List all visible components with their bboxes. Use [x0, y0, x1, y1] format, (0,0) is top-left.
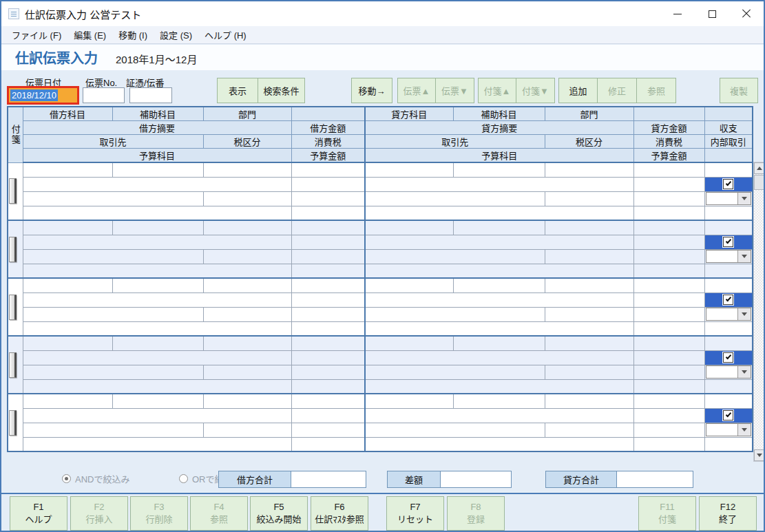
debit-sub-account-cell[interactable] — [112, 162, 203, 177]
debit-sub-account-cell[interactable] — [112, 394, 203, 408]
debit-partner-cell[interactable] — [23, 249, 203, 264]
credit-dept-cell[interactable] — [545, 394, 633, 408]
debit-budget-cell[interactable] — [23, 437, 291, 451]
menu-edit[interactable]: 編集 (E) — [67, 25, 112, 44]
credit-budget-amount-cell[interactable] — [633, 321, 704, 336]
debit-amount-cell[interactable] — [291, 177, 365, 191]
credit-tax-class-cell[interactable] — [545, 365, 633, 379]
f1-help-button[interactable]: F1ヘルプ — [10, 496, 67, 531]
credit-partner-cell[interactable] — [365, 307, 545, 321]
f8-register-button[interactable]: F8登録 — [447, 496, 505, 531]
debit-partner-cell[interactable] — [23, 365, 203, 379]
debit-summary-cell[interactable] — [23, 177, 291, 191]
fusen-cell[interactable] — [8, 394, 23, 451]
internal-tx-dropdown[interactable] — [706, 250, 752, 263]
menu-file[interactable]: ファイル (F) — [6, 25, 67, 44]
debit-account-cell[interactable] — [23, 278, 112, 292]
f7-reset-button[interactable]: F7リセット — [386, 496, 444, 531]
credit-tax-cell[interactable] — [633, 307, 704, 321]
menu-settings[interactable]: 設定 (S) — [154, 25, 198, 44]
close-button[interactable] — [729, 1, 764, 26]
voucher-next-button[interactable]: 伝票▼ — [436, 78, 474, 103]
credit-dept-cell[interactable] — [545, 336, 633, 350]
credit-budget-cell[interactable] — [365, 206, 633, 220]
f3-delete-row-button[interactable]: F3行削除 — [130, 496, 188, 531]
difference-value[interactable] — [441, 471, 511, 487]
credit-sub-account-cell[interactable] — [453, 220, 545, 235]
fusen-prev-button[interactable]: 付箋▲ — [478, 78, 516, 103]
credit-amount-cell[interactable] — [633, 292, 704, 307]
debit-account-cell[interactable] — [23, 336, 112, 350]
edit-button[interactable]: 修正 — [598, 78, 637, 103]
debit-summary-cell[interactable] — [23, 408, 291, 423]
debit-tax-cell[interactable] — [291, 365, 365, 379]
credit-tax-cell[interactable] — [633, 365, 704, 379]
debit-budget-cell[interactable] — [23, 321, 291, 336]
minimize-button[interactable] — [660, 1, 695, 26]
voucher-date-field[interactable]: 2018/12/10 — [7, 86, 79, 105]
duplicate-button[interactable]: 複製 — [720, 78, 758, 103]
fusen-cell[interactable] — [8, 162, 23, 220]
credit-budget-amount-cell[interactable] — [633, 437, 704, 451]
f6-journal-master-button[interactable]: F6仕訳ﾏｽﾀ参照 — [311, 496, 368, 531]
debit-sub-account-cell[interactable] — [112, 336, 203, 350]
debit-tax-class-cell[interactable] — [203, 249, 291, 264]
credit-budget-amount-cell[interactable] — [633, 206, 704, 220]
credit-budget-cell[interactable] — [365, 437, 633, 451]
debit-amount-cell[interactable] — [291, 350, 365, 365]
balance-checkbox[interactable] — [723, 295, 733, 305]
f12-exit-button[interactable]: F12終了 — [699, 496, 757, 531]
debit-account-cell[interactable] — [23, 220, 112, 235]
credit-partner-cell[interactable] — [365, 423, 545, 437]
credit-account-cell[interactable] — [365, 278, 453, 292]
debit-tax-class-cell[interactable] — [203, 365, 291, 379]
credit-account-cell[interactable] — [365, 336, 453, 350]
debit-sub-account-cell[interactable] — [112, 220, 203, 235]
debit-budget-amount-cell[interactable] — [291, 437, 365, 451]
credit-sub-account-cell[interactable] — [453, 278, 545, 292]
credit-tax-class-cell[interactable] — [545, 307, 633, 321]
credit-amount-cell[interactable] — [633, 177, 704, 191]
credit-sub-account-cell[interactable] — [453, 394, 545, 408]
credit-budget-cell[interactable] — [365, 264, 633, 278]
balance-checkbox-cell[interactable] — [704, 235, 753, 249]
debit-partner-cell[interactable] — [23, 423, 203, 437]
debit-budget-amount-cell[interactable] — [291, 206, 365, 220]
credit-dept-cell[interactable] — [545, 278, 633, 292]
credit-summary-cell[interactable] — [365, 408, 633, 423]
credit-account-cell[interactable] — [365, 162, 453, 177]
balance-checkbox-cell[interactable] — [704, 408, 753, 423]
internal-tx-dropdown[interactable] — [706, 308, 752, 321]
debit-total-value[interactable] — [291, 471, 366, 487]
maximize-button[interactable] — [695, 1, 729, 26]
search-condition-button[interactable]: 検索条件 — [258, 78, 305, 103]
credit-tax-class-cell[interactable] — [545, 191, 633, 206]
credit-dept-cell[interactable] — [545, 220, 633, 235]
credit-amount-cell[interactable] — [633, 235, 704, 249]
evidence-no-input[interactable] — [129, 87, 172, 103]
balance-checkbox[interactable] — [723, 237, 733, 247]
credit-summary-cell[interactable] — [365, 177, 633, 191]
credit-tax-cell[interactable] — [633, 249, 704, 264]
dropdown-arrow-button[interactable] — [737, 366, 751, 378]
f4-reference-button[interactable]: F4参照 — [190, 496, 248, 531]
debit-dept-cell[interactable] — [203, 336, 291, 350]
fusen-cell[interactable] — [8, 220, 23, 278]
debit-budget-cell[interactable] — [23, 379, 291, 394]
reference-button[interactable]: 参照 — [637, 78, 676, 103]
scrollbar-thumb[interactable] — [754, 175, 765, 190]
dropdown-arrow-button[interactable] — [737, 308, 751, 320]
menu-help[interactable]: ヘルプ (H) — [198, 25, 253, 44]
balance-checkbox[interactable] — [723, 352, 733, 363]
credit-summary-cell[interactable] — [365, 292, 633, 307]
credit-summary-cell[interactable] — [365, 235, 633, 249]
dropdown-arrow-button[interactable] — [737, 424, 751, 436]
credit-dept-cell[interactable] — [545, 162, 633, 177]
add-button[interactable]: 追加 — [558, 78, 598, 103]
dropdown-arrow-button[interactable] — [737, 251, 751, 262]
debit-amount-cell[interactable] — [291, 235, 365, 249]
debit-dept-cell[interactable] — [203, 394, 291, 408]
debit-budget-amount-cell[interactable] — [291, 379, 365, 394]
credit-sub-account-cell[interactable] — [453, 336, 545, 350]
and-filter-radio[interactable]: ANDで絞込み — [62, 472, 129, 485]
